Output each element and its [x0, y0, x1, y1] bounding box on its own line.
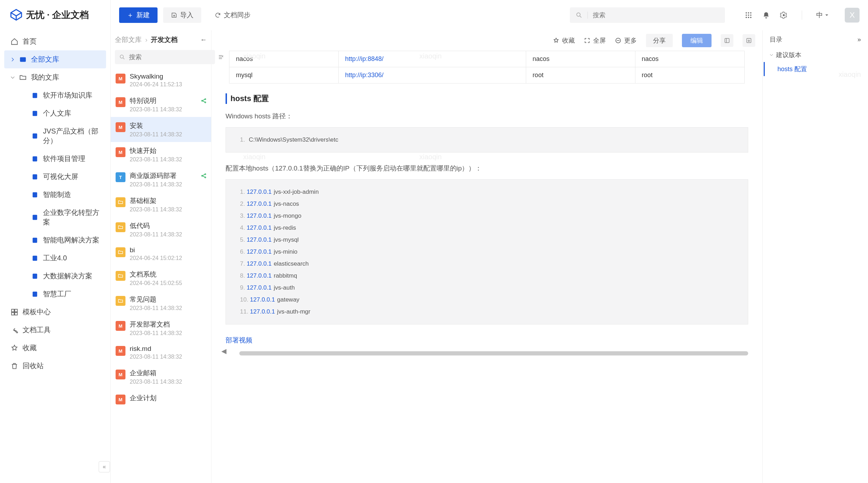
file-list-item[interactable]: MSkywalking2024-06-24 11:52:13 — [111, 68, 211, 92]
file-type-badge: M — [116, 370, 125, 379]
new-button[interactable]: ＋ 新建 — [119, 7, 158, 23]
file-type-badge: M — [116, 74, 125, 83]
scroll-left-icon[interactable]: ◀ — [221, 347, 227, 355]
sidebar-home[interactable]: 首页 — [4, 32, 106, 50]
doc-icon — [31, 92, 39, 99]
favorite-button[interactable]: 收藏 — [553, 36, 575, 45]
outline-panel-button[interactable] — [721, 34, 733, 47]
sidebar-mine-child[interactable]: 软件项目管理 — [4, 150, 106, 168]
import-button[interactable]: 导入 — [163, 7, 201, 23]
search-input[interactable] — [593, 12, 719, 19]
svg-point-18 — [748, 12, 749, 14]
file-list-item[interactable]: M企业计划 — [111, 389, 211, 409]
file-list-item[interactable]: 低代码2023-08-11 14:38:32 — [111, 217, 211, 242]
sidebar-mine-child[interactable]: 大数据解决方案 — [4, 267, 106, 285]
file-list-item[interactable]: T商业版源码部署2023-08-11 14:38:32 — [111, 167, 211, 192]
table-link[interactable]: http://ip:8848/ — [345, 55, 383, 62]
file-type-badge — [116, 247, 125, 257]
file-list-item[interactable]: M企业邮箱2023-08-11 14:38:32 — [111, 364, 211, 389]
toc-item-hosts[interactable]: hosts 配置 — [764, 62, 861, 76]
code-line: 127.0.0.1gateway — [240, 294, 741, 306]
code-line: 127.0.0.1jvs-xxl-job-admin — [240, 186, 741, 198]
breadcrumb: 全部文库 › 开发文档 ← — [111, 30, 211, 47]
apps-icon[interactable] — [745, 11, 752, 19]
sidebar-mine-child[interactable]: JVS产品文档（部分） — [4, 122, 106, 150]
export-panel-button[interactable] — [743, 34, 755, 47]
code-line: 127.0.0.1jvs-redis — [240, 222, 741, 234]
global-search[interactable] — [570, 7, 725, 23]
svg-point-32 — [205, 174, 206, 175]
sidebar-mine[interactable]: 我的文库 — [4, 68, 106, 86]
svg-rect-14 — [12, 312, 14, 315]
file-title: 企业计划 — [130, 394, 156, 403]
chevron-down-icon — [825, 13, 829, 17]
brand-icon — [10, 8, 23, 21]
file-list-item[interactable]: M快速开始2023-08-11 14:38:32 — [111, 142, 211, 167]
star-icon — [11, 344, 18, 352]
file-title: 文档系统 — [130, 270, 182, 279]
file-type-badge — [116, 296, 125, 306]
trash-icon — [11, 362, 18, 370]
more-icon — [615, 37, 621, 44]
settings-icon[interactable] — [780, 11, 788, 19]
svg-point-24 — [748, 17, 749, 18]
share-button[interactable]: 分享 — [646, 34, 673, 47]
notifications-icon[interactable] — [762, 11, 770, 19]
file-date: 2023-08-11 14:38:32 — [130, 305, 182, 311]
list-search[interactable] — [115, 50, 215, 64]
hosts-config-label: 配置本地hosts（127.0.0.1替换为正确的IP（下列服务启动在哪里就配置… — [226, 164, 755, 173]
sidebar-favorites[interactable]: 收藏 — [4, 339, 106, 357]
fullscreen-button[interactable]: 全屏 — [584, 36, 606, 45]
edit-button[interactable]: 编辑 — [682, 34, 712, 47]
file-list-item[interactable]: Mrisk.md2023-08-11 14:38:32 — [111, 341, 211, 364]
file-list-item[interactable]: 基础框架2023-08-11 14:38:32 — [111, 192, 211, 217]
file-list-item[interactable]: M开发部署文档2023-08-11 14:38:32 — [111, 316, 211, 341]
code-line: 127.0.0.1jvs-mysql — [240, 234, 741, 246]
star-icon — [553, 37, 559, 44]
svg-rect-9 — [33, 255, 37, 261]
sidebar-mine-child[interactable]: 智能电网解决方案 — [4, 231, 106, 249]
share-icon — [201, 98, 207, 106]
sidebar-trash[interactable]: 回收站 — [4, 357, 106, 375]
file-list-item[interactable]: M安装2023-08-11 14:38:32 — [111, 117, 211, 142]
file-type-badge: M — [116, 97, 125, 107]
credentials-table: nacoshttp://ip:8848/nacosnacosmysqlhttp:… — [229, 51, 744, 83]
sidebar-mine-child[interactable]: 可视化大屏 — [4, 168, 106, 186]
sidebar-mine-child[interactable]: 软开市场知识库 — [4, 86, 106, 104]
sidebar-templates[interactable]: 模板中心 — [4, 303, 106, 321]
doc-scroll[interactable]: xiaoqin xiaoqin xiaoqin xiaoqin nacoshtt… — [211, 51, 762, 483]
svg-point-16 — [577, 13, 580, 16]
sidebar-mine-child[interactable]: 企业数字化转型方案 — [4, 204, 106, 231]
sidebar-tools[interactable]: 文档工具 — [4, 321, 106, 339]
user-avatar[interactable]: X — [845, 8, 860, 23]
toc-item-proposal[interactable]: 建议版本 — [770, 48, 861, 62]
plus-icon: ＋ — [127, 11, 134, 20]
sidebar-mine-child[interactable]: 智慧工厂 — [4, 285, 106, 303]
horizontal-scrollbar[interactable] — [239, 351, 748, 355]
file-list-item[interactable]: bi2024-06-24 15:02:12 — [111, 242, 211, 266]
language-picker[interactable]: 中 — [816, 11, 829, 20]
sync-button[interactable]: 文档同步 — [207, 7, 258, 23]
sidebar-all[interactable]: 全部文库 — [4, 50, 106, 68]
breadcrumb-root[interactable]: 全部文库 — [115, 35, 142, 44]
sidebar-mine-child[interactable]: 工业4.0 — [4, 249, 106, 267]
toc-column: 目录 » 建议版本 hosts 配置 xiaoqin — [762, 30, 868, 483]
file-list-item[interactable]: M特别说明2023-08-11 14:38:32 — [111, 92, 211, 117]
file-list-item[interactable]: 文档系统2024-06-24 15:02:55 — [111, 266, 211, 291]
toc-collapse-icon[interactable]: » — [857, 36, 861, 43]
file-list-item[interactable]: 常见问题2023-08-11 14:38:32 — [111, 291, 211, 316]
sidebar-mine-child[interactable]: 个人文库 — [4, 104, 106, 122]
file-title: bi — [130, 246, 182, 254]
table-link[interactable]: http://ip:3306/ — [345, 72, 383, 79]
sidebar-mine-child[interactable]: 智能制造 — [4, 186, 106, 204]
collapse-sidebar-button[interactable]: « — [99, 461, 110, 472]
file-title: Skywalking — [130, 73, 182, 80]
svg-rect-7 — [33, 215, 37, 220]
back-button[interactable]: ← — [200, 36, 207, 44]
list-search-input[interactable] — [129, 54, 211, 61]
file-date: 2024-06-24 15:02:12 — [130, 255, 182, 261]
doc-icon — [31, 155, 39, 163]
deploy-video-link[interactable]: 部署视频 — [226, 336, 755, 345]
more-button[interactable]: 更多 — [615, 36, 637, 45]
file-title: 安装 — [130, 121, 182, 130]
